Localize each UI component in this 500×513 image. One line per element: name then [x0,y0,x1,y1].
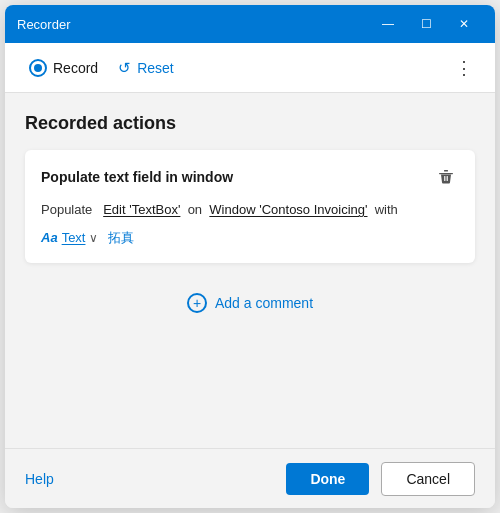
action-card-header: Populate text field in window [41,166,459,188]
action-card: Populate text field in window Populate E… [25,150,475,263]
close-button[interactable]: ✕ [445,5,483,43]
record-inner [34,64,42,72]
help-link[interactable]: Help [25,471,54,487]
trash-icon [437,168,455,186]
add-comment-button[interactable]: + Add a comment [25,279,475,327]
svg-rect-1 [444,170,448,172]
action-description: Populate Edit 'TextBox' on Window 'Conto… [41,200,459,221]
record-label: Record [53,60,98,76]
footer: Help Done Cancel [5,448,495,508]
record-icon [29,59,47,77]
window-controls: — ☐ ✕ [369,5,483,43]
action-card-title: Populate text field in window [41,169,233,185]
value-type-icon: Aa [41,230,58,245]
more-options-button[interactable]: ⋮ [447,53,481,83]
window-link[interactable]: Window 'Contoso Invoicing' [209,202,367,217]
content-area: Recorded actions Populate text field in … [5,93,495,448]
on-text: on [188,202,202,217]
reset-label: Reset [137,60,174,76]
window-title: Recorder [17,17,369,32]
section-title: Recorded actions [25,113,475,134]
value-type-label[interactable]: Text [62,230,86,245]
reset-button[interactable]: ↺ Reset [108,53,184,83]
svg-rect-2 [444,176,445,181]
description-prefix: Populate [41,202,92,217]
value-text: 拓真 [108,229,134,247]
maximize-button[interactable]: ☐ [407,5,445,43]
record-button[interactable]: Record [19,53,108,83]
svg-rect-0 [439,173,453,174]
toolbar: Record ↺ Reset ⋮ [5,43,495,93]
done-button[interactable]: Done [286,463,369,495]
title-bar: Recorder — ☐ ✕ [5,5,495,43]
delete-action-button[interactable] [433,166,459,188]
add-comment-icon: + [187,293,207,313]
chevron-down-icon[interactable]: ∨ [89,231,98,245]
edit-textbox-link[interactable]: Edit 'TextBox' [103,202,180,217]
svg-rect-3 [447,176,448,181]
action-value-row: Aa Text ∨ 拓真 [41,229,459,247]
add-comment-label: Add a comment [215,295,313,311]
with-text: with [375,202,398,217]
cancel-button[interactable]: Cancel [381,462,475,496]
reset-icon: ↺ [118,59,131,77]
minimize-button[interactable]: — [369,5,407,43]
recorder-window: Recorder — ☐ ✕ Record ↺ Reset ⋮ Recorded… [5,5,495,508]
